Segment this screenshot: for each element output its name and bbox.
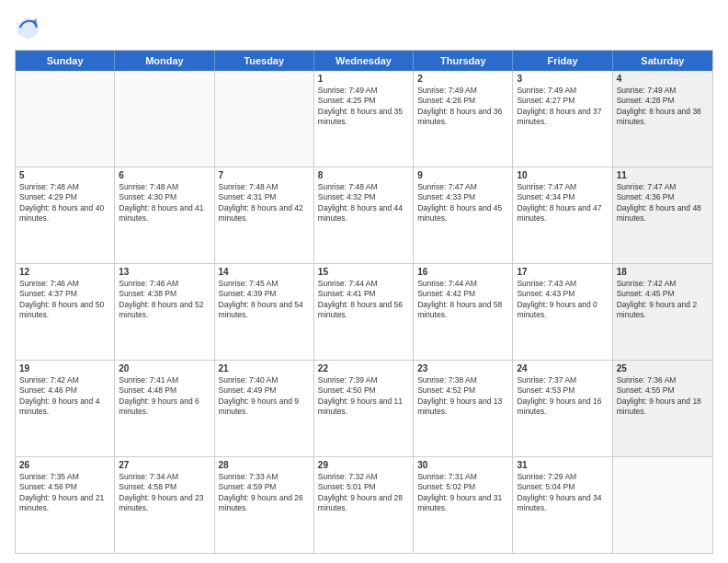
day-number: 9 <box>417 170 508 180</box>
cell-info-line: Sunset: 4:27 PM <box>517 96 608 106</box>
calendar-row-3: 12Sunrise: 7:46 AMSunset: 4:37 PMDayligh… <box>16 264 712 361</box>
day-number: 4 <box>617 74 709 84</box>
calendar-cell-day-18: 18Sunrise: 7:42 AMSunset: 4:45 PMDayligh… <box>613 264 712 360</box>
cell-info-line: Sunrise: 7:45 AM <box>219 279 310 289</box>
cell-info-line: Sunrise: 7:33 AM <box>219 472 310 482</box>
daylight-line: Daylight: 9 hours and 13 minutes. <box>417 396 508 418</box>
cell-info-line: Sunrise: 7:47 AM <box>617 182 709 192</box>
logo <box>15 15 44 40</box>
cell-info-line: Sunset: 4:58 PM <box>119 482 210 492</box>
daylight-line: Daylight: 9 hours and 26 minutes. <box>219 493 310 514</box>
day-number: 28 <box>219 460 310 470</box>
daylight-line: Daylight: 8 hours and 38 minutes. <box>617 107 709 128</box>
day-number: 6 <box>119 170 210 180</box>
daylight-line: Daylight: 8 hours and 36 minutes. <box>417 107 508 128</box>
day-number: 10 <box>517 170 608 180</box>
cell-info-line: Sunset: 4:52 PM <box>417 385 508 396</box>
calendar-cell-day-29: 29Sunrise: 7:32 AMSunset: 5:01 PMDayligh… <box>314 457 414 553</box>
cell-info-line: Sunrise: 7:44 AM <box>417 279 508 289</box>
cell-info-line: Sunrise: 7:43 AM <box>517 279 608 289</box>
calendar-cell-day-13: 13Sunrise: 7:46 AMSunset: 4:38 PMDayligh… <box>115 264 214 360</box>
day-number: 21 <box>219 363 310 373</box>
daylight-line: Daylight: 8 hours and 47 minutes. <box>517 203 608 224</box>
daylight-line: Daylight: 9 hours and 0 minutes. <box>517 300 608 321</box>
cell-info-line: Sunset: 4:28 PM <box>617 96 709 106</box>
daylight-line: Daylight: 8 hours and 58 minutes. <box>417 300 508 321</box>
day-number: 11 <box>617 170 709 180</box>
daylight-line: Daylight: 8 hours and 48 minutes. <box>617 203 709 224</box>
cell-info-line: Sunset: 4:25 PM <box>318 96 409 106</box>
cell-info-line: Sunset: 4:31 PM <box>219 192 310 202</box>
day-number: 23 <box>417 363 508 373</box>
cell-info-line: Sunset: 4:55 PM <box>617 385 709 396</box>
header <box>15 15 713 40</box>
calendar-cell-empty <box>16 71 115 167</box>
daylight-line: Daylight: 8 hours and 52 minutes. <box>119 300 210 321</box>
calendar-row-1: 1Sunrise: 7:49 AMSunset: 4:25 PMDaylight… <box>16 71 712 167</box>
day-number: 24 <box>517 363 608 373</box>
day-number: 14 <box>219 267 310 277</box>
calendar-cell-empty <box>115 71 214 167</box>
cell-info-line: Sunrise: 7:49 AM <box>417 86 508 96</box>
calendar-cell-day-15: 15Sunrise: 7:44 AMSunset: 4:41 PMDayligh… <box>314 264 414 360</box>
calendar-cell-day-22: 22Sunrise: 7:39 AMSunset: 4:50 PMDayligh… <box>314 361 414 456</box>
cell-info-line: Sunset: 4:29 PM <box>19 192 110 202</box>
daylight-line: Daylight: 8 hours and 50 minutes. <box>19 300 110 321</box>
cell-info-line: Sunrise: 7:32 AM <box>318 472 409 482</box>
day-number: 12 <box>19 267 110 277</box>
day-number: 17 <box>517 267 608 277</box>
day-number: 27 <box>119 460 210 470</box>
logo-icon <box>15 15 40 40</box>
calendar-cell-day-16: 16Sunrise: 7:44 AMSunset: 4:42 PMDayligh… <box>414 264 513 360</box>
calendar: SundayMondayTuesdayWednesdayThursdayFrid… <box>15 50 713 554</box>
cell-info-line: Sunset: 4:34 PM <box>517 192 608 202</box>
daylight-line: Daylight: 8 hours and 41 minutes. <box>119 203 210 224</box>
cell-info-line: Sunset: 4:56 PM <box>19 482 110 492</box>
calendar-body: 1Sunrise: 7:49 AMSunset: 4:25 PMDaylight… <box>16 71 712 553</box>
cell-info-line: Sunset: 4:49 PM <box>219 385 310 396</box>
cell-info-line: Sunrise: 7:49 AM <box>318 86 409 96</box>
daylight-line: Daylight: 9 hours and 31 minutes. <box>417 493 508 514</box>
cell-info-line: Sunrise: 7:44 AM <box>318 279 409 289</box>
cell-info-line: Sunrise: 7:46 AM <box>119 279 210 289</box>
calendar-cell-empty <box>215 71 314 167</box>
daylight-line: Daylight: 9 hours and 11 minutes. <box>318 396 409 418</box>
cell-info-line: Sunset: 4:59 PM <box>219 482 310 492</box>
day-number: 29 <box>318 460 409 470</box>
daylight-line: Daylight: 8 hours and 42 minutes. <box>219 203 310 224</box>
cell-info-line: Sunrise: 7:48 AM <box>318 182 409 192</box>
daylight-line: Daylight: 8 hours and 45 minutes. <box>417 203 508 224</box>
calendar-cell-day-28: 28Sunrise: 7:33 AMSunset: 4:59 PMDayligh… <box>215 457 314 553</box>
calendar-row-2: 5Sunrise: 7:48 AMSunset: 4:29 PMDaylight… <box>16 167 712 264</box>
cell-info-line: Sunrise: 7:29 AM <box>517 472 608 482</box>
daylight-line: Daylight: 9 hours and 18 minutes. <box>617 396 709 418</box>
cell-info-line: Sunrise: 7:40 AM <box>219 375 310 385</box>
cell-info-line: Sunset: 4:42 PM <box>417 289 508 299</box>
cell-info-line: Sunrise: 7:48 AM <box>19 182 110 192</box>
weekday-header-thursday: Thursday <box>414 51 513 71</box>
calendar-cell-day-30: 30Sunrise: 7:31 AMSunset: 5:02 PMDayligh… <box>414 457 513 553</box>
cell-info-line: Sunrise: 7:35 AM <box>19 472 110 482</box>
calendar-cell-day-5: 5Sunrise: 7:48 AMSunset: 4:29 PMDaylight… <box>16 167 115 263</box>
cell-info-line: Sunset: 4:53 PM <box>517 385 608 396</box>
cell-info-line: Sunrise: 7:37 AM <box>517 375 608 385</box>
day-number: 31 <box>517 460 608 470</box>
calendar-cell-day-26: 26Sunrise: 7:35 AMSunset: 4:56 PMDayligh… <box>16 457 115 553</box>
day-number: 30 <box>417 460 508 470</box>
calendar-row-4: 19Sunrise: 7:42 AMSunset: 4:46 PMDayligh… <box>16 361 712 457</box>
calendar-cell-day-23: 23Sunrise: 7:38 AMSunset: 4:52 PMDayligh… <box>414 361 513 456</box>
daylight-line: Daylight: 8 hours and 56 minutes. <box>318 300 409 321</box>
calendar-cell-day-6: 6Sunrise: 7:48 AMSunset: 4:30 PMDaylight… <box>115 167 214 263</box>
daylight-line: Daylight: 8 hours and 37 minutes. <box>517 107 608 128</box>
cell-info-line: Sunset: 4:39 PM <box>219 289 310 299</box>
calendar-cell-day-3: 3Sunrise: 7:49 AMSunset: 4:27 PMDaylight… <box>513 71 612 167</box>
calendar-cell-day-2: 2Sunrise: 7:49 AMSunset: 4:26 PMDaylight… <box>414 71 513 167</box>
day-number: 18 <box>617 267 709 277</box>
calendar-cell-day-25: 25Sunrise: 7:36 AMSunset: 4:55 PMDayligh… <box>613 361 712 456</box>
day-number: 19 <box>19 363 110 373</box>
calendar-cell-day-17: 17Sunrise: 7:43 AMSunset: 4:43 PMDayligh… <box>513 264 612 360</box>
day-number: 26 <box>19 460 110 470</box>
daylight-line: Daylight: 9 hours and 16 minutes. <box>517 396 608 418</box>
day-number: 7 <box>219 170 310 180</box>
daylight-line: Daylight: 9 hours and 9 minutes. <box>219 396 310 418</box>
